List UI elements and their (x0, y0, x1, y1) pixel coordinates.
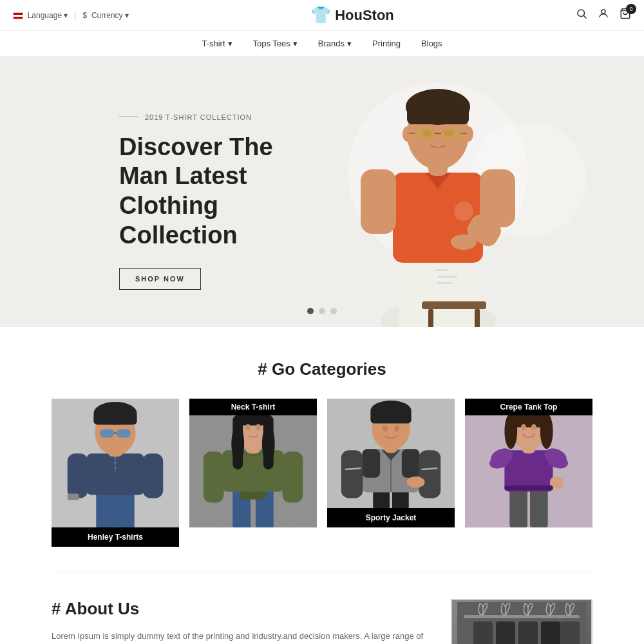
nav-tops-tees[interactable]: Tops Tees ▾ (253, 39, 298, 48)
svg-point-15 (454, 202, 473, 221)
cat-img-sporty: Sporty Jacket (327, 399, 455, 527)
cat-label-crepe-top: Crepe Tank Top (465, 399, 592, 415)
about-text: # About Us Lorem Ipsum is simply dummy t… (52, 599, 425, 644)
category-card-sporty[interactable]: Sporty Jacket (327, 399, 455, 547)
svg-rect-76 (419, 450, 441, 498)
chevron-down-icon: ▾ (228, 39, 232, 48)
cat-img-neck: Neck T-shirt (189, 399, 317, 527)
svg-rect-47 (93, 412, 137, 425)
currency-selector[interactable]: $ Currency ▾ (83, 11, 129, 20)
svg-rect-31 (475, 309, 480, 327)
svg-rect-75 (341, 450, 363, 498)
category-card-henley[interactable]: Henley T-shirts (52, 399, 179, 547)
top-bar-left: Language ▾ | $ Currency ▾ (13, 11, 129, 20)
svg-rect-48 (100, 430, 114, 438)
svg-rect-58 (240, 492, 266, 500)
svg-rect-81 (370, 410, 411, 424)
neck-person-svg (189, 399, 317, 527)
nav-blogs[interactable]: Blogs (421, 39, 442, 48)
cat-img-crepe: Crepe Tank Top (465, 399, 592, 527)
categories-title: # Go Categories (52, 359, 592, 379)
brand-name: HouSton (335, 7, 394, 24)
about-title: # About Us (52, 599, 425, 619)
svg-rect-38 (68, 453, 88, 498)
svg-point-0 (578, 10, 585, 17)
search-button[interactable] (576, 8, 587, 23)
svg-point-105 (533, 433, 535, 435)
nav-brands[interactable]: Brands ▾ (318, 39, 352, 48)
hero-person-image (309, 70, 605, 327)
chevron-down-icon: ▾ (293, 39, 298, 48)
svg-point-66 (245, 424, 251, 431)
language-selector[interactable]: Language ▾ (13, 11, 68, 20)
hero-section: 2019 T-SHIRT COLLECTION Discover The Man… (0, 57, 644, 327)
svg-rect-8 (437, 282, 453, 284)
cat-img-henley (52, 399, 179, 527)
svg-rect-51 (68, 494, 79, 500)
about-section: # About Us Lorem Ipsum is simply dummy t… (0, 573, 644, 644)
cart-button-wrap: 0 (620, 8, 631, 23)
hangers-svg (457, 602, 586, 644)
svg-rect-9 (435, 269, 448, 271)
top-bar-right: 0 (576, 8, 631, 23)
svg-point-104 (522, 433, 525, 435)
category-card-crepe[interactable]: Crepe Tank Top (465, 399, 592, 547)
svg-point-64 (231, 425, 244, 463)
svg-rect-72 (362, 449, 380, 478)
cat-label-henley: Henley T-shirts (52, 527, 179, 547)
categories-section: # Go Categories (0, 327, 644, 573)
top-bar: Language ▾ | $ Currency ▾ 👕 HouSton 0 (0, 0, 644, 31)
svg-point-83 (394, 426, 399, 432)
svg-point-82 (383, 426, 388, 432)
account-button[interactable] (598, 8, 609, 23)
nav-printing[interactable]: Printing (372, 39, 401, 48)
hero-title: Discover The Man Latest Clothing Collect… (119, 133, 325, 250)
cat-label-sporty: Sporty Jacket (327, 508, 455, 527)
hero-content: 2019 T-SHIRT COLLECTION Discover The Man… (0, 94, 325, 290)
svg-point-67 (256, 424, 261, 431)
category-card-neck[interactable]: Neck T-shirt (189, 399, 317, 547)
svg-rect-11 (361, 169, 396, 234)
brand-logo[interactable]: 👕 HouSton (310, 5, 394, 25)
svg-point-103 (531, 424, 536, 431)
svg-line-1 (583, 15, 586, 18)
svg-point-41 (114, 457, 117, 459)
svg-rect-57 (283, 451, 303, 502)
currency-label: Currency (91, 11, 123, 20)
cat-label-neck-top: Neck T-shirt (189, 399, 317, 415)
svg-point-2 (601, 10, 605, 14)
svg-rect-56 (204, 451, 224, 502)
svg-point-42 (114, 462, 117, 464)
about-image (451, 599, 592, 644)
svg-point-28 (444, 130, 454, 137)
tshirt-icon: 👕 (310, 5, 331, 25)
svg-point-27 (422, 130, 432, 137)
language-label: Language (28, 11, 62, 20)
main-nav: T-shirt ▾ Tops Tees ▾ Brands ▾ Printing … (0, 31, 644, 57)
currency-icon: $ (83, 11, 88, 20)
about-image-box (451, 599, 592, 644)
svg-rect-19 (407, 105, 469, 124)
svg-rect-73 (402, 449, 420, 478)
about-description: Lorem Ipsum is simply dummy text of the … (52, 629, 425, 644)
svg-rect-30 (428, 309, 433, 327)
svg-point-43 (114, 467, 117, 469)
svg-point-32 (451, 234, 477, 250)
hero-person-svg (309, 70, 605, 327)
svg-rect-29 (422, 301, 486, 309)
hero-subtitle: 2019 T-SHIRT COLLECTION (119, 113, 325, 121)
svg-rect-118 (457, 602, 586, 644)
svg-rect-39 (143, 453, 164, 498)
categories-grid: Henley T-shirts Neck T-shirt (52, 399, 592, 547)
svg-point-20 (402, 126, 413, 142)
nav-tshirt[interactable]: T-shirt ▾ (202, 39, 232, 48)
flag-icon (13, 12, 23, 19)
svg-rect-7 (438, 276, 457, 278)
hero-shop-now-button[interactable]: SHOP NOW (119, 268, 201, 290)
svg-point-65 (262, 425, 275, 463)
henley-person-svg (52, 399, 179, 527)
svg-rect-55 (222, 450, 283, 491)
svg-rect-49 (117, 430, 131, 438)
cart-badge: 0 (626, 4, 636, 14)
svg-point-77 (407, 477, 425, 488)
